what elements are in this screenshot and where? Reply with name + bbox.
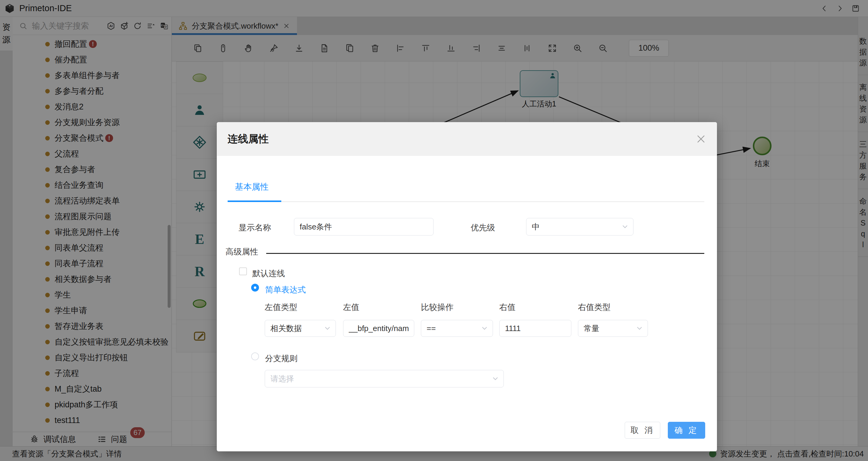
chevron-down-icon (491, 375, 499, 382)
cancel-button[interactable]: 取 消 (625, 422, 660, 439)
default-line-checkbox[interactable] (239, 268, 247, 275)
dialog-title: 连线属性 (228, 132, 269, 146)
tab-divider (228, 202, 704, 202)
expr-value: 1111 (505, 324, 521, 333)
expr-input[interactable]: __bfp_entity/nam (343, 320, 414, 337)
expr-value: == (427, 324, 436, 333)
expr-select[interactable]: 相关数据 (265, 320, 336, 337)
chevron-down-icon (480, 325, 489, 332)
expr-input[interactable]: 1111 (499, 320, 571, 337)
expr-select[interactable]: == (421, 320, 493, 337)
display-name-input[interactable]: false条件 (294, 218, 434, 236)
expr-select[interactable]: 常量 (578, 320, 648, 337)
expr-column-label: 右值类型 (578, 302, 611, 313)
priority-select[interactable]: 中 (526, 218, 633, 236)
expr-value: __bfp_entity/nam (349, 324, 409, 333)
confirm-button[interactable]: 确 定 (668, 422, 705, 439)
expr-column-label: 右值 (499, 302, 516, 313)
tab-basic-properties[interactable]: 基本属性 (235, 181, 269, 193)
active-tab-indicator (228, 201, 281, 202)
simple-expression-radio[interactable] (251, 284, 259, 291)
chevron-down-icon (621, 223, 629, 230)
expr-column-label: 左值 (343, 302, 360, 313)
branch-rule-radio[interactable] (251, 352, 259, 360)
advanced-section-divider (266, 253, 704, 254)
branch-rule-select[interactable]: 请选择 (265, 370, 504, 388)
branch-rule-placeholder: 请选择 (271, 374, 294, 384)
priority-value: 中 (532, 222, 540, 232)
expr-column-label: 比较操作 (421, 302, 454, 313)
expr-column-label: 左值类型 (265, 302, 297, 313)
app-window: Primeton-IDE 资源 输入关键字搜索 AIEn文 撤回配置!催办配置多… (0, 0, 868, 461)
close-icon[interactable] (695, 133, 707, 145)
dialog-header: 连线属性 (217, 122, 717, 156)
default-line-label: 默认连线 (252, 268, 285, 279)
advanced-section-label: 高级属性 (225, 246, 258, 257)
priority-label: 优先级 (471, 222, 495, 233)
chevron-down-icon (636, 325, 643, 332)
simple-expression-label: 简单表达式 (265, 284, 306, 295)
chevron-down-icon (323, 325, 331, 332)
line-properties-dialog: 连线属性 基本属性 显示名称 false条件 优先级 中 高级属性 默认连线 简… (217, 122, 717, 451)
branch-rule-label: 分支规则 (265, 353, 298, 364)
display-name-label: 显示名称 (239, 222, 271, 233)
expr-value: 相关数据 (271, 323, 302, 334)
expr-value: 常量 (584, 323, 599, 334)
